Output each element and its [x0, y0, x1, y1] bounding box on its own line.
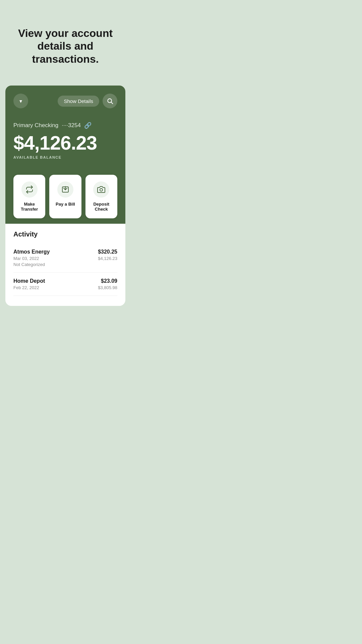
balance-amount: $4,126.23: [13, 133, 117, 153]
transaction-category: Not Categorized: [13, 262, 50, 267]
table-row[interactable]: Atmos Energy Mar 03, 2022 Not Categorize…: [13, 244, 117, 273]
account-name-row: Primary Checking ····3254 🔗: [13, 122, 117, 129]
dropdown-button[interactable]: ▾: [13, 94, 28, 108]
transaction-name: Home Depot: [13, 278, 45, 284]
activity-title: Activity: [13, 230, 117, 238]
page-header: View your account details and transactio…: [0, 0, 131, 86]
camera-icon: [97, 185, 105, 194]
transaction-balance: $3,805.98: [98, 285, 117, 290]
green-section: ▾ Show Details Primary Checking ····3254…: [5, 86, 125, 224]
balance-label: AVAILABLE BALANCE: [13, 155, 117, 159]
make-transfer-label: Make Transfer: [17, 202, 42, 212]
svg-point-0: [108, 99, 112, 103]
transfer-icon: [25, 185, 34, 194]
transaction-date: Mar 03, 2022: [13, 256, 50, 261]
page-title: View your account details and transactio…: [13, 27, 117, 65]
transaction-name: Atmos Energy: [13, 249, 50, 255]
activity-section: Activity Atmos Energy Mar 03, 2022 Not C…: [12, 224, 119, 299]
pay-bill-card[interactable]: Pay a Bill: [49, 175, 81, 218]
show-details-button[interactable]: Show Details: [58, 96, 99, 107]
transfer-icon-circle: [21, 181, 38, 198]
search-button[interactable]: [103, 94, 117, 108]
pay-bill-label: Pay a Bill: [56, 202, 75, 207]
transaction-left: Home Depot Feb 22, 2022: [13, 278, 45, 290]
deposit-check-label: Deposit Check: [89, 202, 114, 212]
table-row[interactable]: Home Depot Feb 22, 2022 $23.09 $3,805.98: [13, 273, 117, 296]
card-container: ▾ Show Details Primary Checking ····3254…: [0, 86, 131, 644]
svg-line-1: [111, 102, 113, 104]
action-cards: Make Transfer Pay a Bill: [13, 169, 117, 224]
card-toolbar: ▾ Show Details: [13, 94, 117, 108]
search-icon: [107, 98, 113, 104]
account-info: Primary Checking ····3254 🔗 $4,126.23 AV…: [13, 122, 117, 173]
transaction-left: Atmos Energy Mar 03, 2022 Not Categorize…: [13, 249, 50, 267]
transaction-right: $320.25 $4,126.23: [98, 249, 117, 261]
deposit-check-card[interactable]: Deposit Check: [85, 175, 117, 218]
transaction-balance: $4,126.23: [98, 256, 117, 261]
toolbar-right: Show Details: [58, 94, 117, 108]
camera-icon-circle: [93, 181, 109, 198]
transaction-amount: $320.25: [98, 249, 117, 255]
make-transfer-card[interactable]: Make Transfer: [13, 175, 45, 218]
transaction-right: $23.09 $3,805.98: [98, 278, 117, 290]
transaction-date: Feb 22, 2022: [13, 285, 45, 290]
svg-point-4: [100, 189, 103, 191]
bill-icon: [61, 185, 69, 194]
bill-icon-circle: [57, 181, 73, 198]
chevron-down-icon: ▾: [19, 98, 22, 104]
white-section: Activity Atmos Energy Mar 03, 2022 Not C…: [5, 224, 125, 306]
transaction-amount: $23.09: [101, 278, 117, 284]
account-number: ····3254: [62, 122, 81, 129]
account-name: Primary Checking: [13, 122, 58, 129]
link-icon: 🔗: [84, 122, 92, 129]
